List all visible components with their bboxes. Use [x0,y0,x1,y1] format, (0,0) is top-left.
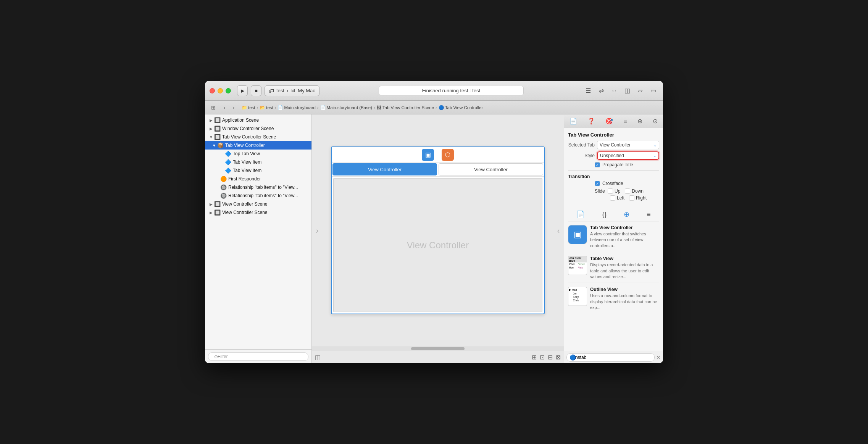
canvas-nav-left[interactable]: › [312,226,323,235]
relationship-2-icon: 🔘 [220,193,227,199]
close-button[interactable] [210,88,215,93]
outline-matt: ▶ Matt [569,288,577,291]
attributes-inspector-btn[interactable]: ≡ [621,116,629,126]
lib-item-table-view[interactable]: Jon Clear Blue Chris Green Ron Pink Tabl… [568,256,659,283]
breadcrumb-main-storyboard[interactable]: 📄 Main.storyboard [278,105,315,110]
canvas-scrollbar[interactable] [312,346,564,351]
tab-view-ctrl-info: Tab View Controller A view controller th… [590,225,659,249]
lib-media-icon[interactable]: ≡ [644,210,653,219]
sidebar-item-tab-view-controller[interactable]: ▼ 📦 Tab View Controller [205,141,311,150]
lib-object-icon[interactable]: ⊕ [621,209,632,219]
left-col: Left [610,195,624,201]
outline-view-name: Outline View [590,287,659,292]
library-search-clear[interactable]: ✕ [656,354,661,360]
connections-inspector-btn[interactable]: ⊙ [650,116,660,126]
left-checkbox[interactable] [610,195,615,201]
propagate-title-label: Propagate Title [602,162,633,167]
vc-scene-2-icon: 🔲 [214,209,221,216]
style-label: Style [568,153,595,158]
toolbar-right: ☰ ⇄ ↔ ◫ ▱ ▭ [583,85,658,96]
navigator-button[interactable]: ◫ [622,85,632,96]
tab-view-item-1-icon: 🔷 [225,159,231,165]
sidebar-content: ▶ 🔲 Application Scene ▶ 🔲 Window Control… [205,114,311,349]
sidebar-item-application-scene[interactable]: ▶ 🔲 Application Scene [205,116,311,124]
grid-view-button[interactable]: ⊞ [208,103,219,112]
sidebar-item-tab-view-item-1[interactable]: 🔷 Tab View Item [205,158,311,166]
debug-button[interactable]: ▱ [635,85,645,96]
sidebar-item-tab-view-item-2[interactable]: 🔷 Tab View Item [205,166,311,175]
zoom-fit-btn[interactable]: ⊡ [540,354,545,361]
cell-green: Green [578,263,586,265]
right-checkbox[interactable] [629,195,634,201]
constraints-btn[interactable]: ⊟ [548,354,553,361]
first-responder-label: First Responder [228,176,308,182]
tab-ctrl-label: Tab View Controller [445,105,483,110]
lib-code-icon[interactable]: {} [600,210,609,219]
scrollbar-thumb [411,347,465,350]
file-inspector-btn[interactable]: 📄 [567,116,579,126]
breadcrumb-tab-view-controller-scene[interactable]: 🖼 Tab View Controller Scene [377,105,434,110]
minimize-button[interactable] [218,88,223,93]
scheme-selector[interactable]: 🏷 test › 🖥 My Mac [265,85,319,96]
sidebar-item-first-responder[interactable]: 🟠 First Responder [205,175,311,183]
nav-buttons: ‹ › [220,103,238,112]
breadcrumb-main-storyboard-base[interactable]: 📄 Main.storyboard (Base) [320,105,373,110]
anchors-btn[interactable]: ⊠ [556,354,561,361]
project-icon: 📁 [242,105,247,110]
tab-view-ctrl-thumb-icon: ▣ [574,230,582,240]
group-icon: 📂 [260,105,265,110]
inspector-button[interactable]: ▭ [648,85,658,96]
back-button[interactable]: ‹ [220,103,229,112]
run-button[interactable]: ▶ [237,85,248,96]
sidebar-item-window-controller-scene[interactable]: ▶ 🔲 Window Controller Scene [205,124,311,133]
selected-tab-value: View Controller [600,142,631,148]
style-control[interactable]: Unspecified ⌄ [597,151,659,160]
library-search-wrapper: 🔵 [566,353,655,362]
lib-item-outline-view[interactable]: ▶ Matt Jon Kelly Chris [568,287,659,314]
filter-input[interactable] [208,352,308,361]
tab-active[interactable]: View Controller [332,163,437,175]
forward-button[interactable]: › [229,103,238,112]
selected-tab-control[interactable]: View Controller ⌄ [597,141,659,149]
editor-diff-button[interactable]: ↔ [609,85,620,96]
tab-view-ctrl-scene-icon[interactable]: ▣ [422,149,434,161]
sidebar-item-vc-scene-1[interactable]: ▶ 🔲 View Controller Scene [205,200,311,208]
help-inspector-btn[interactable]: ❓ [585,116,597,126]
fit-scene-btn[interactable]: ⊞ [532,354,537,361]
style-arrow: ⌄ [653,154,656,158]
canvas-nav-right[interactable]: › [553,226,564,235]
propagate-title-checkbox[interactable]: ✓ [595,162,600,167]
editor-assistant-button[interactable]: ⇄ [596,85,607,96]
sidebar-item-relationship-1[interactable]: 🔘 Relationship "tab items" to "View... [205,183,311,191]
collapse-arrow-vc1: ▶ [208,202,214,206]
first-responder-scene-icon[interactable]: ⬡ [442,149,454,161]
sidebar-item-relationship-2[interactable]: 🔘 Relationship "tab items" to "View... [205,191,311,200]
tab-view-ctrl-name: Tab View Controller [590,225,659,230]
down-checkbox[interactable] [625,188,630,194]
lib-item-tab-view-controller[interactable]: ▣ Tab View Controller A view controller … [568,225,659,252]
stop-button[interactable]: ■ [251,85,261,96]
tab-view-ctrl-label: Tab View Controller [225,143,308,148]
outline-row-chris: Chris [569,299,586,302]
fullscreen-button[interactable] [226,88,231,93]
editor-standard-button[interactable]: ☰ [583,85,594,96]
lib-file-icon[interactable]: 📄 [574,209,587,219]
identity-inspector-btn[interactable]: 🎯 [603,116,615,126]
top-tab-view-label: Top Tab View [233,151,308,156]
tab-inactive[interactable]: View Controller [439,163,543,175]
slide-row: Slide Up Down [568,188,659,194]
size-inspector-btn[interactable]: ⊕ [635,116,645,126]
crossfade-checkbox[interactable]: ✓ [595,181,600,186]
divider-2 [568,204,659,204]
breadcrumb-test-group[interactable]: 📂 test [260,105,273,110]
sidebar-item-top-tab-view[interactable]: 🔷 Top Tab View [205,150,311,158]
canvas-back-btn[interactable]: ◫ [315,354,321,361]
breadcrumb-tab-view-controller[interactable]: 🔵 Tab View Controller [439,105,483,110]
breadcrumb-test-project[interactable]: 📁 test [242,105,255,110]
library-search-input[interactable] [566,353,655,362]
sidebar-item-tab-view-controller-scene[interactable]: ▼ 🔲 Tab View Controller Scene [205,133,311,141]
up-checkbox[interactable] [608,188,613,194]
canvas-scroll[interactable]: › ▣ ⬡ View Controller [312,114,564,346]
sidebar-item-vc-scene-2[interactable]: ▶ 🔲 View Controller Scene [205,208,311,217]
filter-icon: ⊙ [214,354,218,359]
